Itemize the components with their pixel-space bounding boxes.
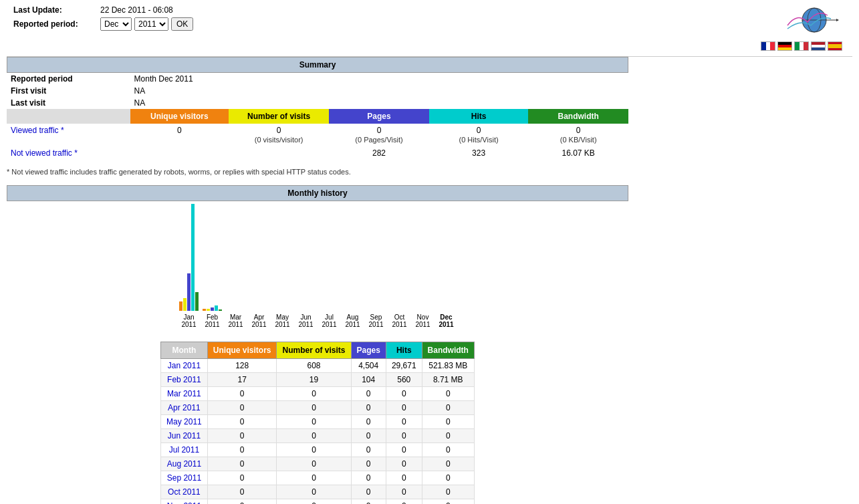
cell-month: Feb 2011 [161, 373, 208, 387]
cell-month: Oct 2011 [161, 485, 208, 499]
cell-value: 560 [386, 373, 422, 387]
cell-month: Jan 2011 [161, 359, 208, 373]
year-select[interactable]: 201020112012 [134, 17, 168, 31]
lv-value: NA [130, 97, 628, 109]
logo-area [761, 5, 846, 51]
cell-value: 0 [422, 429, 474, 443]
monthly-data-table: Month Unique visitors Number of visits P… [160, 342, 475, 504]
month-label: Dec2011 [439, 313, 453, 328]
month-label: Apr2011 [251, 313, 266, 328]
month-group: Apr2011 [249, 311, 269, 328]
cell-value: 128 [207, 359, 277, 373]
cell-value: 0 [207, 415, 277, 429]
cell-value: 0 [386, 429, 422, 443]
cell-value: 0 [207, 485, 277, 499]
cell-value: 0 [277, 415, 351, 429]
last-visit-row: Last visit NA [7, 97, 628, 109]
month-label: Mar2011 [228, 313, 243, 328]
table-row: Apr 201100000 [161, 401, 475, 415]
last-update-row: Last Update: 22 Dec 2011 - 06:08 [13, 5, 193, 15]
month-link[interactable]: Nov 2011 [167, 501, 201, 504]
viewed-bandwidth: 0 (0 KB/Visit) [528, 124, 628, 146]
top-bar: Last Update: 22 Dec 2011 - 06:08 Reporte… [7, 0, 852, 57]
cell-value: 0 [351, 401, 386, 415]
month-link[interactable]: Jun 2011 [168, 431, 201, 440]
ok-button[interactable]: OK [171, 17, 193, 31]
rp-label: Reported period [7, 73, 130, 85]
lv-label: Last visit [7, 97, 130, 109]
month-link[interactable]: Apr 2011 [168, 403, 201, 412]
bar [187, 273, 191, 311]
table-row: Feb 201117191045608.71 MB [161, 373, 475, 387]
month-link[interactable]: Feb 2011 [167, 375, 201, 384]
bar [211, 307, 214, 311]
flag-es[interactable] [828, 41, 842, 51]
col-hits-header: Hits [429, 109, 528, 124]
month-link[interactable]: Sep 2011 [167, 473, 201, 483]
cell-month: Mar 2011 [161, 387, 208, 401]
month-link[interactable]: May 2011 [166, 417, 202, 426]
col-header-row: Unique visitors Number of visits Pages H… [7, 109, 628, 124]
bar [219, 309, 222, 311]
month-group: Oct2011 [390, 311, 409, 328]
month-group: Dec2011 [437, 311, 456, 328]
cell-value: 0 [422, 415, 474, 429]
cell-value: 0 [422, 401, 474, 415]
bar [207, 309, 210, 311]
logo-svg [761, 5, 841, 39]
month-label: Jun2011 [298, 313, 313, 328]
month-link[interactable]: Jan 2011 [168, 361, 201, 370]
cell-value: 29,671 [386, 359, 422, 373]
month-select[interactable]: JanFebMarApr MayJunJulAug SepOctNovDec [100, 17, 132, 31]
month-group: May2011 [273, 311, 292, 328]
fv-label: First visit [7, 85, 130, 97]
table-row: Jul 201100000 [161, 443, 475, 457]
month-link[interactable]: Oct 2011 [168, 487, 201, 497]
flag-it[interactable] [794, 41, 809, 51]
cell-value: 0 [386, 485, 422, 499]
table-row: Jun 201100000 [161, 429, 475, 443]
chart-area: Jan2011Feb2011Mar2011Apr2011May2011Jun20… [7, 201, 628, 335]
top-bar-left: Last Update: 22 Dec 2011 - 06:08 Reporte… [13, 5, 193, 33]
cell-value: 0 [386, 387, 422, 401]
bars [179, 204, 199, 311]
month-label: May2011 [275, 313, 289, 328]
notviewed-link[interactable]: Not viewed traffic * [11, 148, 78, 158]
viewed-hits: 0 (0 Hits/Visit) [429, 124, 528, 146]
fv-value: NA [130, 85, 628, 97]
flag-fr[interactable] [761, 41, 775, 51]
month-group: Jan2011 [179, 204, 199, 328]
last-update-label: Last Update: [13, 5, 100, 15]
cell-value: 0 [277, 457, 351, 471]
month-label: Oct2011 [392, 313, 406, 328]
cell-value: 0 [386, 471, 422, 485]
flag-de[interactable] [777, 41, 792, 51]
cell-month: Jul 2011 [161, 443, 208, 457]
cell-value: 0 [351, 485, 386, 499]
cell-value: 19 [277, 373, 351, 387]
cell-value: 0 [277, 443, 351, 457]
cell-month: May 2011 [161, 415, 208, 429]
reported-period-row: Reported period: JanFebMarApr MayJunJulA… [13, 17, 193, 31]
th-unique: Unique visitors [207, 342, 277, 359]
viewed-link[interactable]: Viewed traffic * [11, 126, 64, 135]
month-link[interactable]: Mar 2011 [167, 389, 201, 398]
cell-value: 0 [422, 443, 474, 457]
cell-month: Nov 2011 [161, 499, 208, 505]
cell-value: 0 [351, 499, 386, 505]
summary-table: Reported period Month Dec 2011 First vis… [7, 73, 628, 160]
month-label: Feb2011 [205, 313, 219, 328]
viewed-label: Viewed traffic * [7, 124, 130, 146]
cell-value: 0 [386, 443, 422, 457]
viewed-pages: 0 (0 Pages/Visit) [329, 124, 429, 146]
cell-value: 0 [422, 387, 474, 401]
month-link[interactable]: Jul 2011 [169, 445, 199, 455]
cell-value: 0 [422, 471, 474, 485]
flag-nl[interactable] [811, 41, 826, 51]
month-link[interactable]: Aug 2011 [167, 459, 201, 469]
viewed-unique: 0 [130, 124, 229, 146]
cell-month: Apr 2011 [161, 401, 208, 415]
cell-value: 0 [277, 429, 351, 443]
cell-value: 0 [207, 499, 277, 505]
table-row: Jan 20111286084,50429,671521.83 MB [161, 359, 475, 373]
